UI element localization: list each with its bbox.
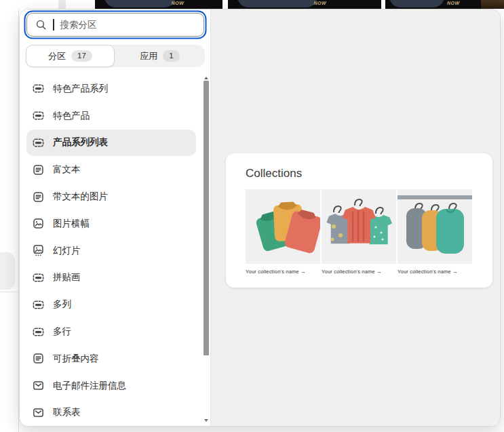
scrollbar[interactable]: [202, 75, 210, 425]
section-list-item[interactable]: 拼贴画: [26, 264, 196, 292]
section-preview-card: Collections Your collection's name →Your…: [226, 153, 492, 288]
tab-label: 应用: [140, 50, 157, 62]
section-list-item[interactable]: 幻灯片: [26, 237, 196, 264]
section-preview-pane: Collections Your collection's name →Your…: [211, 9, 500, 426]
collection-caption: Your collection's name →: [246, 269, 320, 275]
section-icon: [33, 137, 44, 149]
thumbnail-hero-shape: [237, 0, 317, 7]
section-list-item[interactable]: 特色产品系列: [26, 75, 196, 102]
background-strip: [58, 0, 66, 9]
sidebar-section-divider: [0, 292, 19, 292]
section-icon: [33, 326, 44, 338]
section-icon: [33, 110, 44, 121]
image-icon: [33, 218, 44, 229]
text-block-icon: [33, 164, 44, 176]
tab-apps[interactable]: 应用 1: [115, 45, 205, 67]
section-list: 特色产品系列 特色产品 产品系列列表 富文本 带文本的图片 图片横幅 幻灯片 拼…: [20, 75, 203, 426]
thumbnail-cta-label: NOW: [314, 1, 327, 5]
section-list-item[interactable]: 带文本的图片: [26, 183, 196, 210]
section-item-label: 图片横幅: [53, 218, 90, 230]
section-list-item[interactable]: 电子邮件注册信息: [26, 372, 196, 399]
section-item-label: 特色产品系列: [53, 83, 108, 95]
section-item-label: 多行: [53, 326, 71, 338]
thumbnail-cta-label: NOW: [172, 1, 185, 5]
scrollbar-down-arrow[interactable]: [204, 419, 208, 422]
section-item-label: 富文本: [53, 163, 81, 176]
section-item-label: 联系表: [53, 406, 81, 418]
search-icon: [35, 19, 47, 31]
search-placeholder: 搜索分区: [60, 19, 97, 31]
tab-count-badge: 1: [163, 50, 179, 62]
section-item-label: 拼贴画: [53, 271, 81, 283]
tab-sections[interactable]: 分区 17: [26, 45, 115, 67]
add-section-popover: 搜索分区 分区 17 应用 1 特色产品系列 特色产品 产品系列列表: [19, 9, 501, 427]
folded-shirts-illustration: [246, 189, 320, 264]
section-item-label: 带文本的图片: [53, 191, 108, 203]
section-list-item[interactable]: 产品系列列表: [26, 130, 196, 157]
tab-count-badge: 17: [71, 50, 92, 62]
section-list-item[interactable]: 多列: [26, 291, 196, 318]
section-icon: [33, 83, 44, 94]
section-item-label: 幻灯片: [53, 245, 81, 257]
thumbnail-hero-shape: [389, 0, 444, 7]
preview-title: Collections: [246, 167, 473, 180]
section-icon: [33, 272, 44, 283]
text-block-icon: [33, 191, 44, 203]
section-picker-panel: 搜索分区 分区 17 应用 1 特色产品系列 特色产品 产品系列列表: [20, 9, 211, 426]
scrollbar-thumb[interactable]: [203, 81, 209, 355]
text-block-icon: [33, 353, 44, 364]
section-list-item[interactable]: 图片横幅: [26, 210, 196, 237]
collection-caption: Your collection's name →: [398, 269, 472, 275]
section-item-label: 可折叠内容: [53, 353, 99, 365]
section-item-label: 多列: [53, 298, 71, 311]
scrollbar-up-arrow[interactable]: [204, 77, 208, 79]
text-caret: [53, 19, 54, 31]
theme-thumbnail-1: NOW: [95, 0, 222, 9]
slideshow-icon: [33, 245, 44, 256]
section-item-label: 产品系列列表: [53, 136, 108, 149]
picker-tabs: 分区 17 应用 1: [26, 45, 205, 67]
section-list-item[interactable]: 可折叠内容: [26, 345, 196, 372]
thumbnail-photo-edge: [481, 0, 504, 9]
section-item-label: 特色产品: [53, 110, 90, 122]
theme-editor-page: NOW NOW NOW 搜索分区 分区: [0, 0, 504, 432]
section-list-item[interactable]: 联系表: [26, 399, 196, 427]
theme-thumbnail-3: NOW: [385, 0, 504, 9]
tab-label: 分区: [48, 50, 66, 62]
clothes-rack-illustration: [398, 189, 472, 264]
preview-captions: Your collection's name →Your collection'…: [246, 269, 473, 275]
collection-caption: Your collection's name →: [322, 269, 396, 275]
sidebar-item-partial: [0, 252, 15, 290]
section-list-item[interactable]: 特色产品: [26, 102, 196, 130]
preview-tiles: [246, 189, 473, 264]
thumbnail-hero-shape: [104, 0, 176, 7]
envelope-icon: [33, 380, 44, 391]
section-item-label: 电子邮件注册信息: [53, 380, 126, 392]
search-input[interactable]: 搜索分区: [26, 13, 204, 37]
section-list-item[interactable]: 多行: [26, 318, 196, 345]
section-icon: [33, 299, 44, 311]
thumbnail-cta-label: NOW: [447, 1, 460, 5]
hanging-shirts-illustration: [322, 189, 396, 264]
envelope-icon: [33, 407, 44, 418]
theme-thumbnail-2: NOW: [228, 0, 381, 9]
section-list-item[interactable]: 富文本: [26, 156, 196, 183]
